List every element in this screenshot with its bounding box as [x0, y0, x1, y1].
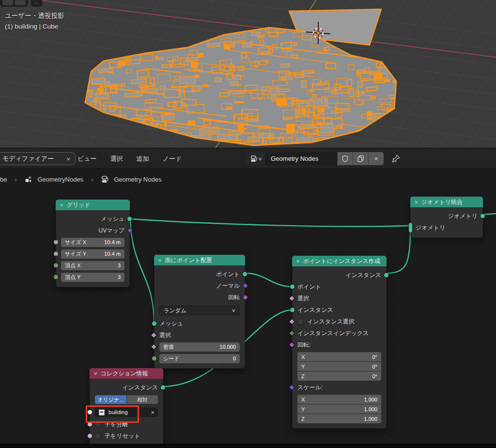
socket-vertices-y-input[interactable]: [53, 275, 59, 280]
field-label: 頂点 X: [65, 262, 80, 269]
scale-vector-fields: X 1.000 Y 1.000 Z 1.000: [293, 395, 386, 423]
breadcrumb-modifier[interactable]: GeometryNodes: [37, 176, 83, 183]
socket-instances-output[interactable]: [384, 273, 389, 278]
node-tree-name-field[interactable]: Geometry Nodes: [265, 152, 337, 165]
input-label: 回転:: [297, 341, 310, 349]
collapse-chevron-icon[interactable]: ∨: [93, 371, 98, 376]
output-label: ポイント: [216, 270, 240, 278]
node-join-header[interactable]: ∨ ジオメトリ統合: [410, 197, 483, 207]
scale-y-field[interactable]: Y 1.000: [297, 404, 381, 414]
socket-size-y-input[interactable]: [53, 251, 59, 257]
socket-row: 選択: [293, 293, 386, 304]
vertices-x-field[interactable]: 頂点 X 3: [61, 261, 124, 270]
scale-x-field[interactable]: X 1.000: [297, 395, 381, 404]
density-field[interactable]: 密度 10.000: [159, 342, 240, 352]
size-y-field[interactable]: サイズ Y 10.4 m: [61, 249, 124, 259]
checkbox-label: インスタンス選択: [307, 318, 355, 326]
output-label: UVマップ: [98, 227, 124, 235]
pin-button[interactable]: [391, 154, 401, 163]
node-distribute-header[interactable]: ∨ 面にポイント配置: [154, 255, 245, 265]
socket-mesh-output[interactable]: [127, 216, 132, 222]
collapse-chevron-icon[interactable]: ∨: [60, 202, 64, 207]
socket-vertices-x-input[interactable]: [53, 263, 59, 268]
socket-reset-children-input[interactable]: [87, 433, 93, 439]
socket-row: サイズ Y 10.4 m: [56, 248, 129, 260]
socket-size-x-input[interactable]: [53, 240, 59, 245]
segmented-row: オリジナ... 相対: [90, 393, 163, 406]
clear-collection-icon[interactable]: ×: [151, 409, 155, 416]
node-title: 面にポイント配置: [165, 256, 212, 264]
relative-toggle-button[interactable]: 相対: [127, 395, 158, 404]
socket-row: 回転:: [293, 339, 386, 351]
modifier-mode-dropdown[interactable]: モディファイアー ∨: [0, 152, 76, 165]
node-grid[interactable]: ∨ グリッド メッシュ UVマップ サイズ X 10.4 m: [56, 200, 130, 287]
node-editor-header: モディファイアー ∨ ビュー 選択 追加 ノード ∨ Geometry Node…: [0, 148, 496, 169]
menu-add[interactable]: 追加: [137, 154, 149, 163]
original-toggle-button[interactable]: オリジナ...: [95, 395, 126, 404]
menu-node[interactable]: ノード: [163, 154, 182, 163]
collapse-chevron-icon[interactable]: ∨: [158, 258, 162, 263]
socket-row: 頂点 Y 3: [56, 271, 129, 283]
scale-z-field[interactable]: Z 1.000: [297, 414, 381, 423]
node-join-geometry[interactable]: ∨ ジオメトリ統合 ジオメトリ ジオメトリ: [410, 197, 483, 238]
input-label: スケール:: [297, 384, 323, 392]
field-label: 密度: [163, 343, 174, 351]
socket-mesh-input[interactable]: [152, 321, 157, 326]
node-instance-header[interactable]: ∨ ポイントにインスタンス作成: [292, 256, 387, 266]
rotation-x-field[interactable]: X 0°: [297, 352, 381, 361]
rotation-z-field[interactable]: Z 0°: [297, 371, 381, 381]
field-value: 1.000: [364, 406, 377, 412]
field-value: 10.000: [219, 344, 236, 350]
socket-row: シード 0: [155, 353, 245, 364]
reset-children-checkbox[interactable]: [95, 433, 101, 439]
socket-row: UVマップ: [56, 225, 129, 236]
node-tree-browse-button[interactable]: ∨: [246, 152, 265, 165]
axis-label: Z: [301, 416, 305, 422]
vertices-y-field[interactable]: 頂点 Y 3: [61, 273, 124, 282]
fake-user-button[interactable]: [337, 152, 353, 165]
collapse-chevron-icon[interactable]: ∨: [414, 200, 418, 204]
socket-instances-output[interactable]: [160, 385, 166, 390]
socket-points-output[interactable]: [242, 272, 248, 277]
node-distribute-points[interactable]: ∨ 面にポイント配置 ポイント ノーマル 回転 ランダム ∨: [154, 255, 245, 369]
viewport-tool-button[interactable]: [2, 0, 13, 5]
viewport-tool-button[interactable]: [15, 0, 26, 5]
node-collection-info[interactable]: ∨ コレクション情報 インスタンス オリジナ... 相対: [90, 368, 163, 446]
field-value: 3: [118, 274, 121, 280]
node-collection-header[interactable]: ∨ コレクション情報: [90, 368, 163, 379]
socket-row: メッシュ: [155, 318, 245, 329]
breadcrumb-object[interactable]: be: [0, 176, 7, 183]
new-copy-button[interactable]: [353, 152, 368, 165]
modifier-mode-label: モディファイアー: [2, 154, 54, 163]
collapse-chevron-icon[interactable]: ∨: [296, 259, 300, 263]
node-grid-header[interactable]: ∨ グリッド: [56, 200, 130, 210]
3d-viewport[interactable]: ⋯ ユーザー・透視投影 (1) building | Cube: [0, 0, 496, 148]
rotation-y-field[interactable]: Y 0°: [297, 362, 381, 371]
input-label: 選択: [297, 294, 309, 303]
breadcrumb-separator: ›: [88, 176, 96, 183]
seed-field[interactable]: シード 0: [159, 354, 240, 363]
viewport-tool-group[interactable]: [0, 0, 28, 7]
menu-select[interactable]: 選択: [110, 154, 123, 163]
field-value: 1.000: [364, 397, 377, 402]
node-tree-icon: [101, 175, 109, 184]
socket-row: インスタンスインデックス: [293, 327, 386, 339]
socket-geometry-multi-input[interactable]: [408, 222, 413, 233]
socket-points-input[interactable]: [290, 284, 295, 290]
red-annotation-highlight: [86, 405, 139, 423]
unlink-button[interactable]: ×: [368, 152, 384, 165]
pick-instance-checkbox[interactable]: [297, 319, 303, 324]
size-x-field[interactable]: サイズ X 10.4 m: [61, 238, 124, 247]
socket-instance-input[interactable]: [290, 308, 295, 313]
chevron-down-icon: ∨: [258, 156, 263, 161]
view-mode-label: ユーザー・透視投影: [5, 11, 64, 21]
socket-geometry-output[interactable]: [480, 214, 485, 219]
distribution-method-dropdown[interactable]: ランダム ∨: [159, 306, 240, 315]
viewport-toolbar-overflow-button[interactable]: ⋯: [31, 0, 42, 7]
breadcrumb: be › GeometryNodes › Geometry Nodes: [0, 175, 161, 184]
breadcrumb-tree[interactable]: Geometry Nodes: [114, 176, 161, 183]
output-label: インスタンス: [122, 384, 158, 392]
socket-seed-input[interactable]: [152, 356, 157, 361]
menu-view[interactable]: ビュー: [78, 154, 97, 163]
node-instance-on-points[interactable]: ∨ ポイントにインスタンス作成 インスタンス ポイント 選択 インスタンス: [292, 256, 387, 429]
